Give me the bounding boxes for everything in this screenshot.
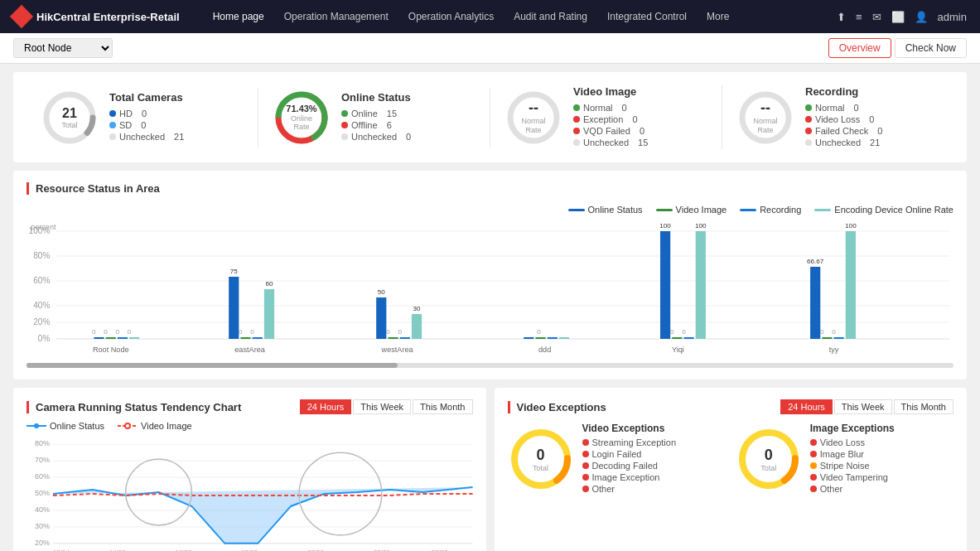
nav-operation-analytics[interactable]: Operation Analytics xyxy=(400,7,502,26)
total-cameras-info: Total Cameras HD 0 SD 0 Unchecked 21 xyxy=(109,91,244,143)
offline-legend: Offline 6 xyxy=(341,120,476,130)
svg-text:50%: 50% xyxy=(35,489,50,497)
video-exceptions-time-buttons: 24 Hours This Week This Month xyxy=(780,399,953,414)
nav-audit-rating[interactable]: Audit and Rating xyxy=(505,7,596,26)
svg-rect-55 xyxy=(683,337,693,339)
trend-legend-video-label: Video Image xyxy=(141,421,192,431)
offline-label: Offline xyxy=(351,120,378,130)
svg-rect-39 xyxy=(388,337,398,339)
nav-more[interactable]: More xyxy=(698,7,737,26)
image-exc-total: 0 xyxy=(760,447,776,464)
time-btn-24h-exc[interactable]: 24 Hours xyxy=(780,399,833,414)
svg-rect-22 xyxy=(118,337,128,339)
exc-streaming: Streaming Exception xyxy=(582,437,677,447)
bar-chart-legend: Online Status Video Image Recording Enco… xyxy=(27,205,953,215)
summary-card: 21 Total Total Cameras HD 0 SD 0 xyxy=(13,72,967,162)
time-btn-month-exc[interactable]: This Month xyxy=(894,399,953,414)
root-node-select[interactable]: Root Node xyxy=(13,38,113,58)
img-exc-tampering: Video Tampering xyxy=(810,472,895,482)
legend-label-encoding: Encoding Device Online Rate xyxy=(834,205,953,215)
unchecked-dot-vi xyxy=(573,139,580,146)
upload-icon[interactable]: ⬆ xyxy=(837,11,846,23)
recording-title: Recording xyxy=(805,85,940,98)
resource-section-title: Resource Status in Area xyxy=(27,182,953,195)
exc-image: Image Exception xyxy=(582,472,677,482)
time-btn-24h-trend[interactable]: 24 Hours xyxy=(300,399,352,414)
online-status-title: Online Status xyxy=(341,91,476,104)
resource-status-card: Resource Status in Area Online Status Vi… xyxy=(13,171,967,379)
svg-rect-54 xyxy=(672,337,682,339)
overview-button[interactable]: Overview xyxy=(828,38,891,58)
exc-image-label: Image Exception xyxy=(592,472,660,482)
svg-text:0: 0 xyxy=(239,328,243,336)
video-exc-left: 0 Total Video Exceptions Streaming Excep… xyxy=(508,423,726,495)
online-rate-label: Online Rate xyxy=(286,114,316,132)
app-logo: HikCentral Enterprise-Retail xyxy=(13,8,180,25)
svg-text:70%: 70% xyxy=(35,456,50,464)
bottom-row: Camera Running Status Tendency Chart 24 … xyxy=(13,388,967,551)
svg-text:60%: 60% xyxy=(35,472,50,481)
menu-icon[interactable]: ≡ xyxy=(856,11,862,23)
total-cameras-title: Total Cameras xyxy=(109,91,244,104)
monitor-icon[interactable]: ⬜ xyxy=(891,11,905,23)
svg-text:westArea: westArea xyxy=(381,346,414,354)
svg-rect-56 xyxy=(696,231,706,339)
time-btn-month-trend[interactable]: This Month xyxy=(413,399,472,414)
svg-rect-20 xyxy=(94,337,104,339)
unchecked-value-online: 0 xyxy=(406,132,411,142)
vqd-legend: VQD Failed 0 xyxy=(573,126,708,136)
svg-text:100: 100 xyxy=(845,222,857,230)
app-name: HikCentral Enterprise-Retail xyxy=(36,11,180,23)
offline-value: 6 xyxy=(387,120,392,130)
bar-chart-svg: 100% 80% 60% 40% 20% 0% percent Root Nod… xyxy=(27,221,953,354)
svg-text:60: 60 xyxy=(265,280,273,288)
svg-text:0: 0 xyxy=(128,328,132,336)
svg-rect-50 xyxy=(559,337,569,339)
svg-rect-23 xyxy=(129,337,139,339)
exceptions-content: 0 Total Video Exceptions Streaming Excep… xyxy=(508,423,954,495)
svg-text:75: 75 xyxy=(230,268,239,275)
recording-donut: -- Normal Rate xyxy=(736,88,795,147)
image-exc-list-title: Image Exceptions xyxy=(810,423,895,434)
legend-label-video: Video Image xyxy=(676,205,727,215)
trend-legend-online: Online Status xyxy=(27,421,104,431)
svg-text:0: 0 xyxy=(116,328,120,336)
svg-point-72 xyxy=(34,423,39,428)
normal-legend-vi: Normal 0 xyxy=(573,103,708,113)
svg-text:Root Node: Root Node xyxy=(93,346,129,354)
svg-text:0: 0 xyxy=(682,328,686,336)
failed-legend: Failed Check 0 xyxy=(805,126,940,136)
nav-homepage[interactable]: Home page xyxy=(205,7,273,26)
online-label: Online xyxy=(351,109,378,118)
mail-icon[interactable]: ✉ xyxy=(872,11,881,23)
legend-video-image: Video Image xyxy=(656,205,727,215)
chart-scrollbar[interactable] xyxy=(27,363,953,368)
exc-login: Login Failed xyxy=(582,449,677,459)
nav-operation-management[interactable]: Operation Management xyxy=(276,7,397,26)
img-exc-blur: Image Blur xyxy=(810,449,895,459)
camera-trend-header: Camera Running Status Tendency Chart 24 … xyxy=(27,399,473,414)
legend-label-recording: Recording xyxy=(760,205,801,215)
unchecked-legend-online: Unchecked 0 xyxy=(341,132,476,142)
online-rate-percent: 71.43% xyxy=(286,103,316,114)
image-exc-total-label: Total xyxy=(760,464,776,472)
online-status-info: Online Status Online 15 Offline 6 Unchec… xyxy=(341,91,476,143)
svg-text:80%: 80% xyxy=(35,439,50,447)
trend-legend-video: Video Image xyxy=(118,421,192,431)
nav-integrated-control[interactable]: Integrated Control xyxy=(599,7,695,26)
svg-text:50: 50 xyxy=(378,288,386,296)
time-btn-week-trend[interactable]: This Week xyxy=(353,399,411,414)
total-cameras-label: Total xyxy=(61,121,77,130)
time-btn-week-exc[interactable]: This Week xyxy=(834,399,892,414)
check-now-button[interactable]: Check Now xyxy=(895,38,967,58)
svg-text:0: 0 xyxy=(250,328,254,336)
svg-text:0: 0 xyxy=(92,328,96,336)
unchecked-dot-rec xyxy=(805,139,812,146)
svg-rect-41 xyxy=(412,314,422,339)
legend-label-online: Online Status xyxy=(588,205,643,215)
user-icon[interactable]: 👤 xyxy=(915,11,928,23)
video-exceptions-card: Video Exceptions 24 Hours This Week This… xyxy=(495,388,968,551)
camera-trend-card: Camera Running Status Tendency Chart 24 … xyxy=(13,388,486,551)
svg-text:30: 30 xyxy=(413,305,421,312)
exc-other-label: Other xyxy=(592,484,616,494)
